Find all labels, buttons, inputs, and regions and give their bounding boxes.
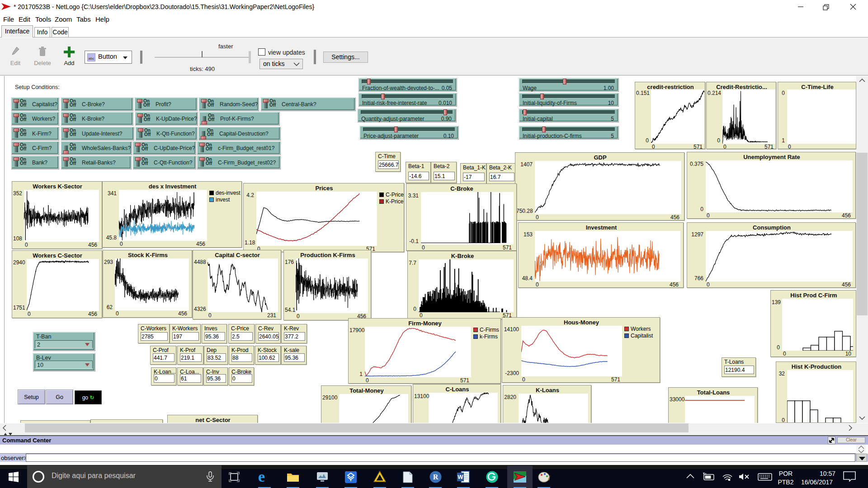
svg-text:R: R (433, 473, 439, 481)
svg-text:W: W (458, 474, 463, 480)
